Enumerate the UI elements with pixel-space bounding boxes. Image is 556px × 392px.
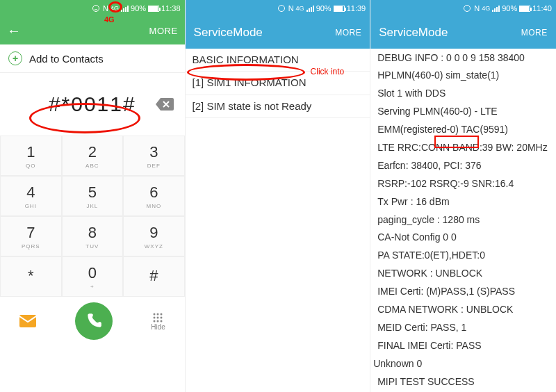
list-item: HPLMN(460-0) sim_state(1) — [370, 67, 556, 85]
nosim-icon: N — [474, 4, 480, 13]
plus-icon: + — [8, 51, 22, 65]
list-item: NETWORK : UNBLOCK — [370, 265, 556, 283]
back-icon[interactable]: ← — [7, 23, 21, 39]
whatsapp-icon — [92, 4, 100, 13]
nosim-icon: N — [103, 4, 108, 13]
clock: 11:38 — [161, 4, 181, 13]
list-item[interactable]: [2] SIM state is not Ready — [186, 95, 370, 118]
hide-keypad[interactable]: Hide — [151, 312, 165, 331]
status-bar: N 4G 90% 11:38 — [0, 0, 185, 17]
battery-percent: 90% — [316, 4, 332, 13]
servicemode-header: ServiceMode MORE — [186, 17, 370, 49]
whatsapp-icon — [463, 4, 471, 13]
add-to-contacts[interactable]: + Add to Contacts — [0, 44, 185, 73]
status-bar: N 4G 90% 11:40 — [370, 0, 556, 17]
key-0[interactable]: 0+ — [62, 256, 124, 297]
svg-point-9 — [157, 320, 159, 322]
svg-point-5 — [154, 316, 156, 318]
pane-servicemode-menu: N 4G 90% 11:39 ServiceMode MORE BASIC IN… — [186, 0, 371, 392]
svg-point-0 — [93, 6, 99, 12]
svg-point-10 — [161, 320, 163, 322]
list-item: FINAL IMEI Certi: PASS — [370, 336, 556, 354]
list-item: Unknown 0 — [370, 354, 556, 373]
key-1[interactable]: 1QO — [0, 136, 62, 176]
servicemode-title: ServiceMode — [194, 26, 263, 40]
svg-point-2 — [154, 313, 156, 315]
svg-point-4 — [161, 313, 163, 315]
key-4[interactable]: 4GHI — [0, 176, 62, 216]
svg-point-7 — [161, 316, 163, 318]
list-item: IMEI Certi: (M)PASS,1 (S)PASS — [370, 283, 556, 301]
list-item: paging_cycle : 1280 ms — [370, 211, 556, 229]
key-3[interactable]: 3DEF — [123, 136, 185, 176]
network-4g-icon: 4G — [111, 5, 119, 12]
list-item: RSRP:-102 RSRQ:-9 SNR:16.4 — [370, 174, 556, 193]
svg-point-8 — [154, 320, 156, 322]
battery-percent: 90% — [131, 4, 146, 13]
key-7[interactable]: 7PQRS — [0, 216, 62, 256]
hide-label: Hide — [151, 323, 165, 331]
svg-point-3 — [157, 313, 159, 315]
list-item: Serving PLMN(460-0) - LTE — [370, 103, 556, 121]
backspace-icon[interactable] — [156, 98, 174, 111]
list-item: MEID Certi: PASS, 1 — [370, 318, 556, 336]
clock: 11:39 — [347, 4, 366, 13]
more-button[interactable]: MORE — [335, 28, 361, 38]
list-item: CDMA NETWORK : UNBLOCK — [370, 300, 556, 318]
list-item: Earfcn: 38400, PCI: 376 — [370, 156, 556, 174]
key-6[interactable]: 6MNO — [123, 176, 185, 216]
servicemode-header: ServiceMode MORE — [370, 17, 556, 49]
signal-icon — [121, 5, 129, 12]
signal-icon — [306, 5, 314, 12]
status-bar: N 4G 90% 11:39 — [186, 0, 370, 17]
key-9[interactable]: 9WXYZ — [123, 216, 185, 256]
annotation-click-into: Click into — [311, 67, 345, 76]
list-item: Slot 1 with DDS — [370, 85, 556, 103]
keypad: 1QO 2ABC 3DEF 4GHI 5JKL 6MNO 7PQRS 8TUV … — [0, 136, 185, 297]
message-icon[interactable] — [19, 315, 36, 327]
battery-percent: 90% — [502, 4, 517, 13]
list-item: Tx Pwr : 16 dBm — [370, 193, 556, 211]
key-star[interactable]: * — [0, 256, 62, 297]
key-8[interactable]: 8TUV — [62, 216, 124, 256]
list-item: PA STATE:0(ET),HDET:0 — [370, 247, 556, 265]
servicemode-menu-list: BASIC INFORMATION [1] SIM1 INFORMATION [… — [186, 49, 370, 118]
dialer-bottom-row: Hide — [0, 297, 185, 345]
signal-icon — [492, 5, 500, 12]
battery-icon — [519, 6, 530, 12]
key-5[interactable]: 5JKL — [62, 176, 124, 216]
servicemode-title: ServiceMode — [379, 26, 448, 40]
network-4g-icon: 4G — [482, 5, 490, 12]
pane-dialer: N 4G 90% 11:38 ← MORE 4G + Add to Contac… — [0, 0, 186, 392]
debug-list: DEBUG INFO : 0 0 0 9 158 38400 HPLMN(460… — [370, 49, 556, 392]
dialed-number: #*0011# — [49, 92, 136, 116]
battery-icon — [334, 6, 345, 12]
annotation-box-band — [434, 136, 479, 148]
key-2[interactable]: 2ABC — [62, 136, 124, 176]
svg-point-12 — [464, 6, 471, 12]
network-4g-icon: 4G — [296, 5, 304, 12]
list-item: MIPI TEST SUCCESS — [370, 373, 556, 391]
battery-icon — [148, 6, 159, 12]
call-button[interactable] — [75, 302, 113, 340]
annotation-label-4g: 4G — [104, 15, 115, 24]
svg-point-6 — [157, 316, 159, 318]
more-button[interactable]: MORE — [149, 26, 178, 36]
svg-point-11 — [278, 6, 284, 12]
clock: 11:40 — [532, 4, 552, 13]
list-item: CA-Not Config 0 0 — [370, 229, 556, 247]
nosim-icon: N — [288, 4, 294, 13]
pane-servicemode-debug: N 4G 90% 11:40 ServiceMode MORE DEBUG IN… — [370, 0, 556, 392]
add-to-contacts-label: Add to Contacts — [29, 53, 104, 65]
more-button[interactable]: MORE — [521, 28, 548, 38]
list-item: DEBUG INFO : 0 0 0 9 158 38400 — [370, 49, 556, 67]
key-hash[interactable]: # — [123, 256, 185, 297]
dial-display: #*0011# — [0, 73, 185, 136]
whatsapp-icon — [277, 4, 286, 13]
triptych: N 4G 90% 11:38 ← MORE 4G + Add to Contac… — [0, 0, 556, 392]
